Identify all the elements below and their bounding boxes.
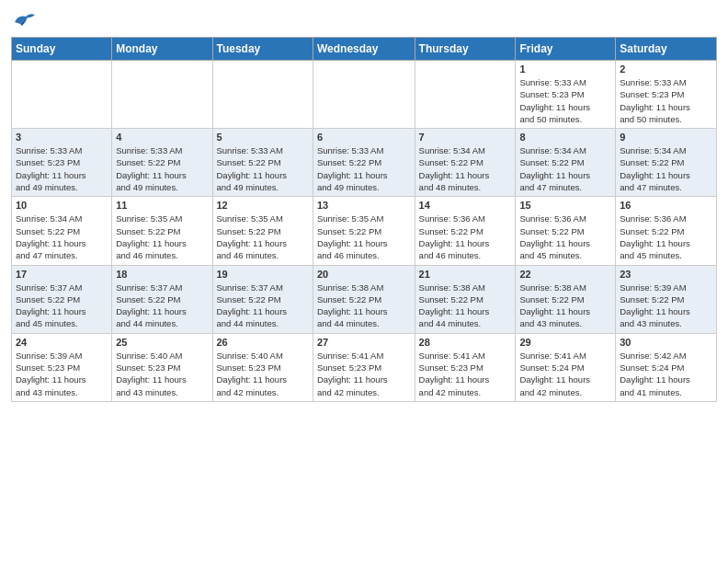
day-cell [212, 61, 313, 129]
day-number: 27 [317, 337, 411, 348]
day-cell: 11Sunrise: 5:35 AM Sunset: 5:22 PM Dayli… [112, 197, 212, 265]
day-number: 17 [16, 269, 108, 280]
day-info: Sunrise: 5:35 AM Sunset: 5:22 PM Dayligh… [116, 213, 208, 261]
day-number: 22 [519, 269, 611, 280]
day-cell: 21Sunrise: 5:38 AM Sunset: 5:22 PM Dayli… [415, 265, 516, 333]
day-cell: 26Sunrise: 5:40 AM Sunset: 5:23 PM Dayli… [212, 333, 313, 401]
day-number: 10 [16, 200, 108, 211]
header [11, 9, 717, 29]
day-number: 4 [116, 132, 208, 143]
day-number: 18 [116, 269, 208, 280]
day-number: 24 [16, 337, 108, 348]
day-number: 16 [620, 200, 712, 211]
day-info: Sunrise: 5:38 AM Sunset: 5:22 PM Dayligh… [317, 282, 411, 330]
day-cell: 15Sunrise: 5:36 AM Sunset: 5:22 PM Dayli… [516, 197, 616, 265]
day-cell: 16Sunrise: 5:36 AM Sunset: 5:22 PM Dayli… [616, 197, 717, 265]
day-number: 11 [116, 200, 208, 211]
day-number: 1 [519, 63, 611, 75]
day-cell: 23Sunrise: 5:39 AM Sunset: 5:22 PM Dayli… [616, 265, 717, 333]
day-number: 3 [16, 132, 108, 143]
day-number: 12 [217, 200, 309, 211]
day-cell: 7Sunrise: 5:34 AM Sunset: 5:22 PM Daylig… [415, 129, 516, 197]
day-number: 7 [419, 132, 512, 143]
day-cell: 12Sunrise: 5:35 AM Sunset: 5:22 PM Dayli… [212, 197, 313, 265]
day-info: Sunrise: 5:38 AM Sunset: 5:22 PM Dayligh… [419, 282, 512, 330]
week-row-3: 10Sunrise: 5:34 AM Sunset: 5:22 PM Dayli… [12, 197, 717, 265]
day-cell: 10Sunrise: 5:34 AM Sunset: 5:22 PM Dayli… [12, 197, 112, 265]
day-cell: 17Sunrise: 5:37 AM Sunset: 5:22 PM Dayli… [12, 265, 112, 333]
day-cell: 20Sunrise: 5:38 AM Sunset: 5:22 PM Dayli… [313, 265, 415, 333]
day-info: Sunrise: 5:39 AM Sunset: 5:23 PM Dayligh… [16, 350, 108, 398]
day-cell: 22Sunrise: 5:38 AM Sunset: 5:22 PM Dayli… [516, 265, 616, 333]
day-info: Sunrise: 5:36 AM Sunset: 5:22 PM Dayligh… [620, 213, 712, 261]
logo [11, 9, 40, 29]
day-cell [12, 61, 112, 129]
day-info: Sunrise: 5:33 AM Sunset: 5:23 PM Dayligh… [620, 76, 712, 125]
day-info: Sunrise: 5:34 AM Sunset: 5:22 PM Dayligh… [16, 213, 108, 261]
day-cell: 28Sunrise: 5:41 AM Sunset: 5:23 PM Dayli… [415, 333, 516, 401]
calendar: SundayMondayTuesdayWednesdayThursdayFrid… [11, 37, 717, 402]
day-number: 28 [419, 337, 512, 348]
day-info: Sunrise: 5:35 AM Sunset: 5:22 PM Dayligh… [217, 213, 309, 261]
day-cell: 30Sunrise: 5:42 AM Sunset: 5:24 PM Dayli… [616, 333, 717, 401]
weekday-header-row: SundayMondayTuesdayWednesdayThursdayFrid… [12, 38, 717, 61]
day-info: Sunrise: 5:35 AM Sunset: 5:22 PM Dayligh… [317, 213, 411, 261]
day-cell: 27Sunrise: 5:41 AM Sunset: 5:23 PM Dayli… [313, 333, 415, 401]
day-info: Sunrise: 5:39 AM Sunset: 5:22 PM Dayligh… [620, 282, 712, 330]
logo-bird-icon [11, 9, 37, 29]
weekday-header-friday: Friday [516, 38, 616, 61]
day-number: 19 [217, 269, 309, 280]
weekday-header-monday: Monday [112, 38, 212, 61]
day-info: Sunrise: 5:41 AM Sunset: 5:23 PM Dayligh… [419, 350, 512, 398]
day-number: 25 [116, 337, 208, 348]
day-info: Sunrise: 5:36 AM Sunset: 5:22 PM Dayligh… [419, 213, 512, 261]
day-cell: 19Sunrise: 5:37 AM Sunset: 5:22 PM Dayli… [212, 265, 313, 333]
day-number: 8 [519, 132, 611, 143]
day-cell: 14Sunrise: 5:36 AM Sunset: 5:22 PM Dayli… [415, 197, 516, 265]
day-cell: 3Sunrise: 5:33 AM Sunset: 5:23 PM Daylig… [12, 129, 112, 197]
day-cell: 5Sunrise: 5:33 AM Sunset: 5:22 PM Daylig… [212, 129, 313, 197]
logo-area [11, 9, 40, 29]
weekday-header-saturday: Saturday [616, 38, 717, 61]
day-info: Sunrise: 5:33 AM Sunset: 5:23 PM Dayligh… [519, 76, 611, 125]
day-info: Sunrise: 5:40 AM Sunset: 5:23 PM Dayligh… [217, 350, 309, 398]
day-cell: 1Sunrise: 5:33 AM Sunset: 5:23 PM Daylig… [516, 61, 616, 129]
day-cell: 29Sunrise: 5:41 AM Sunset: 5:24 PM Dayli… [516, 333, 616, 401]
day-info: Sunrise: 5:33 AM Sunset: 5:22 PM Dayligh… [116, 144, 208, 193]
day-number: 13 [317, 200, 411, 211]
week-row-4: 17Sunrise: 5:37 AM Sunset: 5:22 PM Dayli… [12, 265, 717, 333]
day-cell: 4Sunrise: 5:33 AM Sunset: 5:22 PM Daylig… [112, 129, 212, 197]
day-cell [415, 61, 516, 129]
day-number: 20 [317, 269, 411, 280]
weekday-header-thursday: Thursday [415, 38, 516, 61]
week-row-1: 1Sunrise: 5:33 AM Sunset: 5:23 PM Daylig… [12, 61, 717, 129]
day-cell: 2Sunrise: 5:33 AM Sunset: 5:23 PM Daylig… [616, 61, 717, 129]
day-number: 26 [217, 337, 309, 348]
day-cell [313, 61, 415, 129]
day-cell: 18Sunrise: 5:37 AM Sunset: 5:22 PM Dayli… [112, 265, 212, 333]
day-info: Sunrise: 5:36 AM Sunset: 5:22 PM Dayligh… [519, 213, 611, 261]
day-number: 29 [519, 337, 611, 348]
day-info: Sunrise: 5:33 AM Sunset: 5:22 PM Dayligh… [217, 144, 309, 193]
day-number: 21 [419, 269, 512, 280]
day-number: 6 [317, 132, 411, 143]
day-info: Sunrise: 5:41 AM Sunset: 5:23 PM Dayligh… [317, 350, 411, 398]
day-info: Sunrise: 5:40 AM Sunset: 5:23 PM Dayligh… [116, 350, 208, 398]
day-info: Sunrise: 5:37 AM Sunset: 5:22 PM Dayligh… [116, 282, 208, 330]
day-cell: 25Sunrise: 5:40 AM Sunset: 5:23 PM Dayli… [112, 333, 212, 401]
day-info: Sunrise: 5:37 AM Sunset: 5:22 PM Dayligh… [217, 282, 309, 330]
day-info: Sunrise: 5:38 AM Sunset: 5:22 PM Dayligh… [519, 282, 611, 330]
day-info: Sunrise: 5:33 AM Sunset: 5:23 PM Dayligh… [16, 144, 108, 193]
day-info: Sunrise: 5:33 AM Sunset: 5:22 PM Dayligh… [317, 144, 411, 193]
day-cell: 9Sunrise: 5:34 AM Sunset: 5:22 PM Daylig… [616, 129, 717, 197]
day-number: 9 [620, 132, 712, 143]
day-info: Sunrise: 5:42 AM Sunset: 5:24 PM Dayligh… [620, 350, 712, 398]
day-cell: 8Sunrise: 5:34 AM Sunset: 5:22 PM Daylig… [516, 129, 616, 197]
day-info: Sunrise: 5:37 AM Sunset: 5:22 PM Dayligh… [16, 282, 108, 330]
week-row-2: 3Sunrise: 5:33 AM Sunset: 5:23 PM Daylig… [12, 129, 717, 197]
weekday-header-sunday: Sunday [12, 38, 112, 61]
weekday-header-tuesday: Tuesday [212, 38, 313, 61]
day-cell: 24Sunrise: 5:39 AM Sunset: 5:23 PM Dayli… [12, 333, 112, 401]
day-number: 14 [419, 200, 512, 211]
day-info: Sunrise: 5:34 AM Sunset: 5:22 PM Dayligh… [519, 144, 611, 193]
